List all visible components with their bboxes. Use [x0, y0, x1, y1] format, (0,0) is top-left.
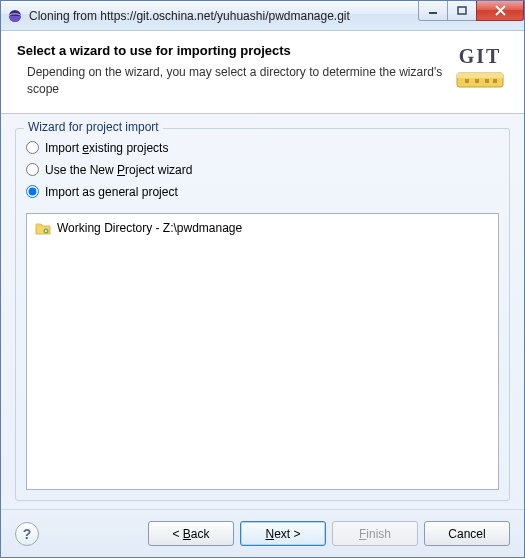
radio-label: Use the New Project wizard [45, 163, 192, 177]
radio-import-general-input[interactable] [26, 185, 39, 198]
radio-import-general[interactable]: Import as general project [26, 185, 499, 199]
wizard-content: Wizard for project import Import existin… [1, 114, 524, 509]
radio-import-existing[interactable]: Import existing projects [26, 141, 499, 155]
titlebar-text: Cloning from https://git.oschina.net/yuh… [29, 9, 419, 23]
list-item-label: Working Directory - Z:\pwdmanage [57, 221, 242, 235]
button-bar: ? < Back Next > Finish Cancel [1, 509, 524, 557]
svg-rect-7 [465, 79, 469, 83]
eclipse-icon [7, 8, 23, 24]
svg-text:GIT: GIT [459, 45, 502, 67]
import-wizard-group: Wizard for project import Import existin… [15, 128, 510, 501]
back-button[interactable]: < Back [148, 521, 234, 546]
list-item[interactable]: Working Directory - Z:\pwdmanage [29, 218, 496, 238]
svg-rect-8 [475, 79, 479, 83]
svg-rect-3 [458, 7, 466, 14]
wizard-header: Select a wizard to use for importing pro… [1, 31, 524, 114]
git-logo-icon: GIT [450, 43, 510, 97]
minimize-button[interactable] [418, 1, 448, 21]
cancel-button[interactable]: Cancel [424, 521, 510, 546]
svg-rect-6 [457, 73, 503, 78]
window-controls [419, 1, 524, 21]
maximize-button[interactable] [447, 1, 477, 21]
radio-label: Import as general project [45, 185, 178, 199]
dialog-window: Cloning from https://git.oschina.net/yuh… [0, 0, 525, 558]
page-title: Select a wizard to use for importing pro… [17, 43, 450, 58]
radio-new-project-input[interactable] [26, 163, 39, 176]
radio-label: Import existing projects [45, 141, 168, 155]
radio-new-project-wizard[interactable]: Use the New Project wizard [26, 163, 499, 177]
close-button[interactable] [476, 1, 524, 21]
titlebar[interactable]: Cloning from https://git.oschina.net/yuh… [1, 1, 524, 31]
help-button[interactable]: ? [15, 522, 39, 546]
svg-rect-2 [429, 12, 437, 14]
page-description: Depending on the wizard, you may select … [17, 64, 450, 99]
svg-rect-10 [493, 79, 497, 83]
next-button[interactable]: Next > [240, 521, 326, 546]
radio-import-existing-input[interactable] [26, 141, 39, 154]
finish-button: Finish [332, 521, 418, 546]
svg-rect-9 [485, 79, 489, 83]
help-icon: ? [23, 526, 32, 542]
directory-list[interactable]: Working Directory - Z:\pwdmanage [26, 213, 499, 490]
folder-icon [35, 220, 51, 236]
group-legend: Wizard for project import [24, 120, 163, 134]
